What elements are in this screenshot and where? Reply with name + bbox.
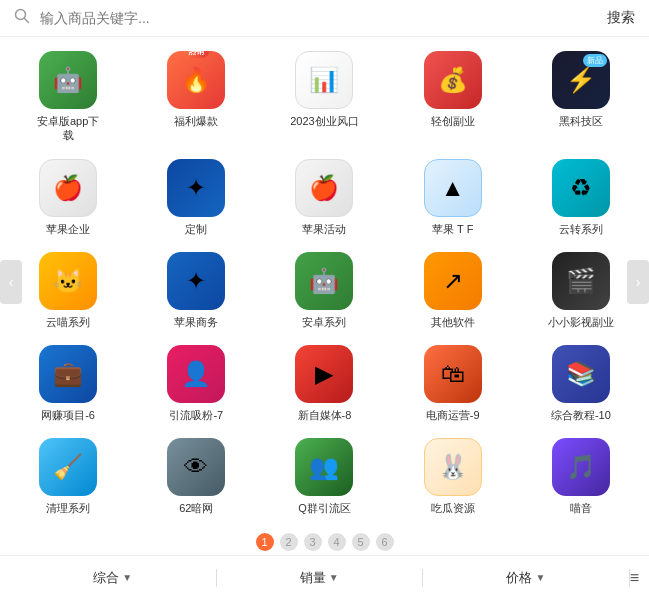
search-button[interactable]: 搜索 xyxy=(607,9,635,27)
icon-wrap-7: ✦ xyxy=(167,159,225,217)
icon-wrap-8: 🍎 xyxy=(295,159,353,217)
item-label-4: 轻创副业 xyxy=(431,114,475,128)
item-label-15: 小小影视副业 xyxy=(548,315,614,329)
page-dot-1[interactable]: 1 xyxy=(256,533,274,551)
item-label-19: 电商运营-9 xyxy=(426,408,480,422)
page-dot-5[interactable]: 5 xyxy=(352,533,370,551)
sort-general-icon: ▼ xyxy=(122,572,132,583)
icon-wrap-13: 🤖 xyxy=(295,252,353,310)
item-label-8: 苹果活动 xyxy=(302,222,346,236)
grid-item-1[interactable]: 🤖安卓版app下载 xyxy=(4,43,132,151)
grid-item-2[interactable]: 🔥热销福利爆款 xyxy=(132,43,260,151)
list-view-icon[interactable]: ≡ xyxy=(630,569,639,587)
icon-symbol-2: 🔥 xyxy=(181,66,211,94)
icon-symbol-16: 💼 xyxy=(53,360,83,388)
icon-wrap-2: 🔥热销 xyxy=(167,51,225,109)
icon-symbol-4: 💰 xyxy=(438,66,468,94)
grid-item-13[interactable]: 🤖安卓系列 xyxy=(260,244,388,337)
grid-item-3[interactable]: 📊2023创业风口 xyxy=(260,43,388,151)
icon-wrap-16: 💼 xyxy=(39,345,97,403)
grid-item-20[interactable]: 📚综合教程-10 xyxy=(517,337,645,430)
grid-item-28[interactable]: 💬官微福助 xyxy=(260,524,388,527)
item-label-21: 清理系列 xyxy=(46,501,90,515)
search-input[interactable] xyxy=(40,10,597,26)
grid-item-14[interactable]: ↗其他软件 xyxy=(389,244,517,337)
bottom-bar: 综合 ▼ 销量 ▼ 价格 ▼ ≡ xyxy=(0,555,649,593)
page-dot-4[interactable]: 4 xyxy=(328,533,346,551)
badge-5: 新品 xyxy=(583,54,607,67)
item-label-25: 喵音 xyxy=(570,501,592,515)
icon-wrap-3: 📊 xyxy=(295,51,353,109)
icon-symbol-5: ⚡ xyxy=(566,66,596,94)
icon-symbol-3: 📊 xyxy=(309,66,339,94)
icon-wrap-19: 🛍 xyxy=(424,345,482,403)
page-dot-3[interactable]: 3 xyxy=(304,533,322,551)
grid-item-12[interactable]: ✦苹果商务 xyxy=(132,244,260,337)
grid-item-21[interactable]: 🧹清理系列 xyxy=(4,430,132,523)
icon-wrap-21: 🧹 xyxy=(39,438,97,496)
item-label-10: 云转系列 xyxy=(559,222,603,236)
icon-symbol-21: 🧹 xyxy=(53,453,83,481)
sort-general[interactable]: 综合 ▼ xyxy=(10,569,216,587)
grid-item-27[interactable]: 🔥热销海量资源 xyxy=(132,524,260,527)
grid-item-15[interactable]: 🎬小小影视副业 xyxy=(517,244,645,337)
icon-symbol-10: ♻ xyxy=(570,174,592,202)
icon-symbol-13: 🤖 xyxy=(309,267,339,295)
icon-wrap-11: 🐱 xyxy=(39,252,97,310)
grid-item-9[interactable]: ▲苹果 T F xyxy=(389,151,517,244)
item-label-22: 62暗网 xyxy=(179,501,213,515)
icon-wrap-12: ✦ xyxy=(167,252,225,310)
prev-arrow[interactable]: ‹ xyxy=(0,260,22,304)
grid-item-29[interactable]: ✏作图水印 xyxy=(389,524,517,527)
icon-wrap-18: ▶ xyxy=(295,345,353,403)
item-label-12: 苹果商务 xyxy=(174,315,218,329)
grid-item-18[interactable]: ▶新自媒体-8 xyxy=(260,337,388,430)
item-label-2: 福利爆款 xyxy=(174,114,218,128)
page-dot-6[interactable]: 6 xyxy=(376,533,394,551)
grid-item-10[interactable]: ♻云转系列 xyxy=(517,151,645,244)
grid-item-7[interactable]: ✦定制 xyxy=(132,151,260,244)
icon-wrap-9: ▲ xyxy=(424,159,482,217)
sort-price-label: 价格 xyxy=(506,569,532,587)
icon-wrap-1: 🤖 xyxy=(39,51,97,109)
grid-item-6[interactable]: 🍎苹果企业 xyxy=(4,151,132,244)
sort-sales-label: 销量 xyxy=(300,569,326,587)
icon-symbol-15: 🎬 xyxy=(566,267,596,295)
sort-price-icon: ▼ xyxy=(535,572,545,583)
icon-wrap-22: 👁 xyxy=(167,438,225,496)
sort-sales[interactable]: 销量 ▼ xyxy=(217,569,423,587)
grid-item-25[interactable]: 🎵喵音 xyxy=(517,430,645,523)
item-label-9: 苹果 T F xyxy=(432,222,473,236)
search-bar: 搜索 xyxy=(0,0,649,37)
icon-wrap-5: ⚡新品 xyxy=(552,51,610,109)
grid-item-22[interactable]: 👁62暗网 xyxy=(132,430,260,523)
icon-symbol-7: ✦ xyxy=(186,174,206,202)
grid-item-16[interactable]: 💼网赚项目-6 xyxy=(4,337,132,430)
grid-item-4[interactable]: 💰轻创副业 xyxy=(389,43,517,151)
grid-item-5[interactable]: ⚡新品黑科技区 xyxy=(517,43,645,151)
icon-symbol-25: 🎵 xyxy=(566,453,596,481)
grid-item-8[interactable]: 🍎苹果活动 xyxy=(260,151,388,244)
item-label-18: 新自媒体-8 xyxy=(298,408,352,422)
icon-wrap-15: 🎬 xyxy=(552,252,610,310)
grid-item-30[interactable]: B哔哩哔哩 xyxy=(517,524,645,527)
grid-item-11[interactable]: 🐱云喵系列 xyxy=(4,244,132,337)
sort-price[interactable]: 价格 ▼ xyxy=(423,569,629,587)
grid-item-23[interactable]: 👥Q群引流区 xyxy=(260,430,388,523)
grid-item-24[interactable]: 🐰吃瓜资源 xyxy=(389,430,517,523)
icon-symbol-14: ↗ xyxy=(443,267,463,295)
icon-wrap-25: 🎵 xyxy=(552,438,610,496)
grid-item-19[interactable]: 🛍电商运营-9 xyxy=(389,337,517,430)
search-icon xyxy=(14,8,30,28)
grid-item-17[interactable]: 👤引流吸粉-7 xyxy=(132,337,260,430)
sort-general-label: 综合 xyxy=(93,569,119,587)
icon-wrap-17: 👤 xyxy=(167,345,225,403)
icon-symbol-20: 📚 xyxy=(566,360,596,388)
icon-symbol-22: 👁 xyxy=(184,453,208,481)
item-label-17: 引流吸粉-7 xyxy=(169,408,223,422)
icon-wrap-20: 📚 xyxy=(552,345,610,403)
page-dot-2[interactable]: 2 xyxy=(280,533,298,551)
next-arrow[interactable]: › xyxy=(627,260,649,304)
icon-symbol-18: ▶ xyxy=(315,360,333,388)
grid-item-26[interactable]: 🚀代拉土豆群 xyxy=(4,524,132,527)
